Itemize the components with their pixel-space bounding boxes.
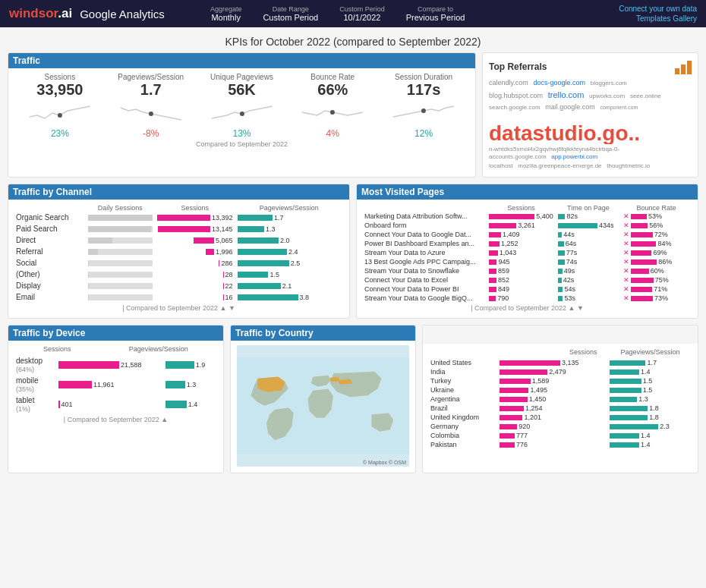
visited-row: Connect Your Data to Google Dat... 1,409…: [363, 230, 692, 239]
channel-sessions-val: 286: [155, 257, 235, 269]
unique-change: 13%: [201, 128, 283, 139]
page-sessions: 945: [487, 257, 556, 266]
country-table: United States 3,135 1.7 India 2,479 1.4: [429, 358, 692, 449]
page-name: Connect Your Data to Google Dat...: [363, 230, 487, 239]
country-name: Ukraine: [429, 385, 497, 395]
page-name: Stream Your Data to Snowflake: [363, 266, 487, 275]
visited-row: Power BI Dashboard Examples an... 1,252 …: [363, 239, 692, 248]
page-sessions: 852: [487, 275, 556, 285]
pageviews-metric: Pageviews/Session 1.7: [110, 73, 192, 99]
country-row: Argentina 1,450 1.3: [429, 395, 692, 404]
channel-name: Paid Search: [14, 223, 86, 234]
logo: windsor.ai: [9, 6, 72, 21]
date-range-value: Custom Period: [263, 13, 318, 22]
visited-row: Connect Your Data to Power BI 849 54s ✕ …: [363, 285, 692, 294]
country-name: India: [429, 367, 497, 376]
channel-row: (Other) 28 1.5: [14, 269, 343, 280]
channel-pps: 1.3: [235, 223, 344, 234]
channel-table: Daily Sessions Sessions Pageviews/Sessio…: [14, 204, 343, 303]
unique-sparkline: [201, 102, 283, 125]
device-col1: Sessions: [43, 345, 71, 353]
visited-row: Onboard form 3,261 434s ✕ 56%: [363, 221, 692, 230]
channel-name: (Other): [14, 269, 86, 280]
country-row: Ukraine 1,495 1.5: [429, 385, 692, 395]
visited-row: Stream Your Data to Snowflake 859 49s ✕ …: [363, 266, 692, 275]
country-name: Argentina: [429, 395, 497, 404]
country-sessions: 777: [497, 431, 607, 440]
device-table: desktop(64%) 21,588 1.9 mobile(35%) 11,9…: [14, 355, 217, 414]
device-pps-bar: 1.3: [163, 375, 217, 395]
channel-name: Organic Search: [14, 212, 86, 223]
sessions-label: Sessions: [19, 73, 101, 81]
page-bounce: ✕ 75%: [621, 275, 692, 285]
device-name: mobile(35%): [14, 375, 56, 395]
device-panel: Traffic by Device Sessions Pageviews/Ses…: [8, 325, 224, 473]
channel-row: Paid Search 13,145 1.3: [14, 223, 343, 234]
compare-info: Compare to Previous Period: [406, 5, 465, 22]
channel-pps: 3.8: [235, 291, 344, 303]
channel-col-pps: Pageviews/Session: [235, 204, 344, 212]
device-row: desktop(64%) 21,588 1.9: [14, 355, 217, 375]
country-col1: Sessions: [569, 348, 597, 356]
channel-name: Display: [14, 280, 86, 291]
page-sessions: 859: [487, 266, 556, 275]
page-name: 13 Best Google Ads PPC Campaig...: [363, 257, 487, 266]
page-sessions: 5,400: [487, 212, 556, 221]
channel-daily: [86, 212, 155, 223]
country-title: Traffic by Country: [231, 325, 415, 341]
channel-name: Social: [14, 257, 86, 269]
country-sessions: 1,450: [497, 395, 607, 404]
page-time: 64s: [556, 239, 621, 248]
channel-compared: | Compared to September 2022 ▲ ▼: [14, 304, 343, 312]
unique-label: Unique Pageviews: [201, 73, 283, 81]
page-name: Onboard form: [363, 221, 487, 230]
aggregate-value: Monthly: [210, 13, 242, 22]
bounce-value: 66%: [292, 81, 373, 99]
connect-link[interactable]: Connect your own data: [619, 5, 697, 13]
custom-period-info: Custom Period 10/1/2022: [339, 5, 385, 22]
sessions-change: 23%: [19, 128, 101, 139]
channel-row: Display 22 2.1: [14, 280, 343, 291]
channel-name: Direct: [14, 234, 86, 246]
map-credit: © Mapbox © OSM: [363, 460, 406, 465]
country-pps: 1.4: [607, 367, 692, 376]
sessions-value: 33,950: [19, 81, 101, 99]
date-range-info: Date Range Custom Period: [263, 5, 318, 22]
country-pps: 2.3: [607, 422, 692, 431]
referrals-title: Top Referrals: [489, 61, 547, 72]
device-name: tablet(1%): [14, 395, 56, 414]
country-row: Colombia 777 1.4: [429, 431, 692, 440]
country-name: Pakistan: [429, 440, 497, 449]
country-sessions: 1,201: [497, 413, 607, 422]
referrals-content: calendly.com docs-google.com bloggers.co…: [489, 77, 692, 123]
visited-row: Stream Your Data to Azure 1,043 77s ✕ 69…: [363, 248, 692, 257]
device-row: tablet(1%) 401 1.4: [14, 395, 217, 414]
templates-link[interactable]: Templates Gallery: [619, 14, 697, 23]
country-name: Turkey: [429, 376, 497, 385]
page-bounce: ✕ 60%: [621, 266, 692, 275]
page-name: Stream Your Data to Azure: [363, 248, 487, 257]
traffic-compared: Compared to September 2022: [14, 140, 469, 148]
device-row: mobile(35%) 11,961 1.3: [14, 375, 217, 395]
bounce-metric: Bounce Rate 66%: [292, 73, 373, 99]
country-sessions: 1,254: [497, 404, 607, 413]
page-time: 44s: [556, 230, 621, 239]
channel-sessions-val: 5,065: [155, 234, 235, 246]
duration-label: Session Duration: [383, 73, 465, 81]
channel-col-sessions: Sessions: [155, 204, 235, 212]
page-name: Marketing Data Attribution Softw...: [363, 212, 487, 221]
device-sessions-bar: 401: [56, 395, 163, 414]
traffic-panel: Traffic Sessions 33,950 Pageviews/Sessio…: [8, 52, 476, 178]
referrals-panel: Top Referrals calendly.com docs-google.c…: [482, 52, 698, 178]
page-bounce: ✕ 72%: [621, 230, 692, 239]
page-bounce: ✕ 56%: [621, 221, 692, 230]
country-sessions: 3,135: [497, 358, 607, 367]
channel-daily: [86, 291, 155, 303]
channel-col1: [14, 204, 86, 212]
visited-col-sessions: Sessions: [487, 204, 556, 212]
visited-panel: Most Visited Pages Sessions Time on Page…: [356, 184, 698, 319]
channel-sessions-val: 28: [155, 269, 235, 280]
page-sessions: 790: [487, 294, 556, 303]
page-time: 434s: [556, 221, 621, 230]
device-compared: | Compared to September 2022 ▲: [14, 416, 217, 423]
